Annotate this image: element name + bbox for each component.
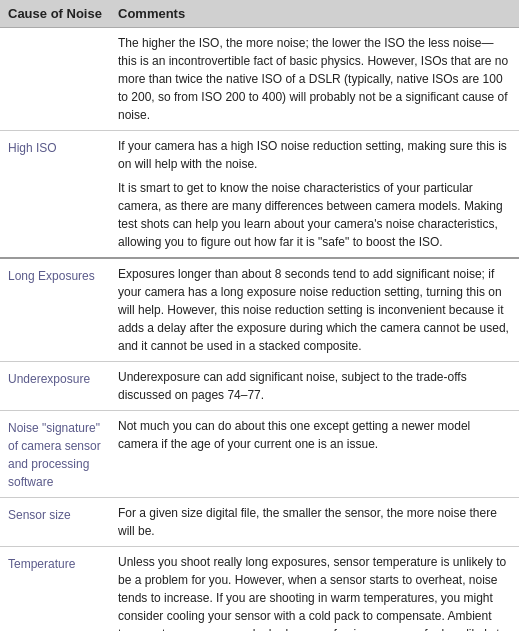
comment-cell: Exposures longer than about 8 seconds te… — [110, 258, 519, 362]
comment-cell: Unless you shoot really long exposures, … — [110, 547, 519, 632]
table-row: Noise "signature" of camera sensor and p… — [0, 411, 519, 498]
comment-cell: For a given size digital file, the small… — [110, 498, 519, 547]
cause-cell: Underexposure — [0, 362, 110, 411]
comment-cell: The higher the ISO, the more noise; the … — [110, 28, 519, 131]
table-row: Sensor size For a given size digital fil… — [0, 498, 519, 547]
table-row: Long Exposures Exposures longer than abo… — [0, 258, 519, 362]
comment-text-0: Unless you shoot really long exposures, … — [118, 553, 511, 631]
cause-cell: Noise "signature" of camera sensor and p… — [0, 411, 110, 498]
col-header-comments: Comments — [110, 0, 519, 28]
cause-cell: Long Exposures — [0, 258, 110, 362]
comment-text-2: It is smart to get to know the noise cha… — [118, 179, 511, 251]
table-row: The higher the ISO, the more noise; the … — [0, 28, 519, 131]
comment-text-0: Exposures longer than about 8 seconds te… — [118, 265, 511, 355]
comment-cell: Underexposure can add significant noise,… — [110, 362, 519, 411]
cause-cell — [0, 28, 110, 131]
cause-cell: High ISO — [0, 131, 110, 259]
comment-text: If your camera has a high ISO noise redu… — [118, 137, 511, 173]
comment-text-0: Underexposure can add significant noise,… — [118, 368, 511, 404]
comment-text: The higher the ISO, the more noise; the … — [118, 34, 511, 124]
noise-table: Cause of Noise Comments The higher the I… — [0, 0, 519, 631]
comment-cell: Not much you can do about this one excep… — [110, 411, 519, 498]
comment-text-0: Not much you can do about this one excep… — [118, 417, 511, 453]
cause-cell: Temperature — [0, 547, 110, 632]
table-row: Underexposure Underexposure can add sign… — [0, 362, 519, 411]
comment-text-0: For a given size digital file, the small… — [118, 504, 511, 540]
cause-cell: Sensor size — [0, 498, 110, 547]
col-header-cause: Cause of Noise — [0, 0, 110, 28]
table-row: High ISO If your camera has a high ISO n… — [0, 131, 519, 259]
comment-cell: If your camera has a high ISO noise redu… — [110, 131, 519, 259]
table-row: Temperature Unless you shoot really long… — [0, 547, 519, 632]
